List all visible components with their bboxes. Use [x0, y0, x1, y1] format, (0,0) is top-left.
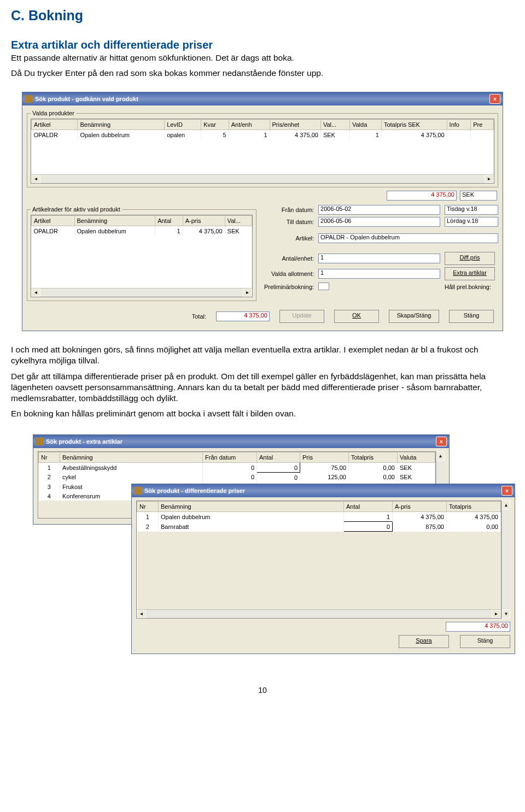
scroll-right-icon[interactable]: ►	[243, 289, 252, 297]
col-benamning[interactable]: Benämning	[60, 452, 203, 463]
cell: Opalen dubbelrum	[78, 130, 165, 140]
scroll-right-icon[interactable]: ►	[492, 610, 501, 618]
scroll-track[interactable]	[502, 510, 510, 609]
col-frandatum[interactable]: Från datum	[203, 452, 257, 463]
col-antenh[interactable]: Ant/enh	[229, 120, 270, 130]
col-totalpris[interactable]: Totalpris	[349, 452, 398, 463]
cell: SEK	[398, 473, 435, 483]
col-nr[interactable]: Nr	[39, 452, 60, 463]
artikel-field[interactable]: OPALDR - Opalen dubbelrum	[318, 233, 498, 243]
legend: Valda produkter	[31, 110, 76, 116]
col-antal[interactable]: Antal	[155, 216, 183, 226]
page-number: 10	[11, 686, 514, 695]
from-date-day: Tisdag v.18	[445, 205, 498, 215]
table-row[interactable]: 1Opalen dubbelrum14 375,004 375,00	[137, 512, 501, 522]
titlebar[interactable]: Sök produkt - extra artiklar ×	[33, 435, 449, 448]
spara-button[interactable]: Spara	[399, 635, 449, 648]
col-antal[interactable]: Antal	[257, 452, 300, 463]
ok-button[interactable]: OK	[334, 310, 379, 323]
col-artikel[interactable]: Artikel	[32, 120, 78, 130]
sum-field: 4 375,00	[387, 191, 457, 201]
table-header-row: Artikel Benämning Antal A-pris Val...	[32, 216, 252, 226]
cell	[447, 130, 471, 140]
cell: Barnrabatt	[159, 522, 344, 532]
table-row[interactable]: 2Barnrabatt0875,000,00	[137, 522, 501, 532]
scrollbar-horizontal[interactable]: ◄ ►	[31, 288, 252, 297]
col-apris[interactable]: A-pris	[183, 216, 225, 226]
antal-enhet-label: Antal/enhet:	[264, 255, 314, 262]
col-benamning[interactable]: Benämning	[74, 216, 155, 226]
scroll-up-icon[interactable]: ▲	[436, 451, 445, 461]
table-diff-priser[interactable]: Nr Benämning Antal A-pris Totalpris 1Opa…	[137, 501, 501, 609]
col-apris[interactable]: A-pris	[393, 502, 447, 512]
cell: SEK	[225, 226, 252, 236]
close-icon[interactable]: ×	[489, 94, 500, 104]
cell: Avbeställningsskydd	[60, 463, 203, 473]
scroll-track[interactable]	[40, 175, 485, 183]
cell: 4 375,00	[447, 512, 501, 522]
stang-button[interactable]: Stäng	[460, 635, 510, 648]
scroll-left-icon[interactable]: ◄	[137, 610, 146, 618]
col-valuta[interactable]: Valuta	[398, 452, 435, 463]
col-pre[interactable]: Pre	[471, 120, 494, 130]
close-icon[interactable]: ×	[436, 437, 447, 446]
col-benamning[interactable]: Benämning	[159, 502, 344, 512]
scroll-right-icon[interactable]: ►	[485, 175, 494, 183]
scrollbar-horizontal[interactable]: ◄ ►	[31, 174, 494, 183]
scrollbar-vertical[interactable]: ▲ ▼	[501, 501, 510, 619]
to-date-field[interactable]: 2006-05-06	[318, 217, 440, 227]
scroll-left-icon[interactable]: ◄	[31, 289, 40, 297]
scroll-up-icon[interactable]: ▲	[502, 501, 510, 510]
scroll-left-icon[interactable]: ◄	[31, 175, 40, 183]
cell: 1	[344, 512, 393, 522]
col-pris[interactable]: Pris	[300, 452, 349, 463]
table-row[interactable]: 2cykel00125,000,00SEK	[39, 473, 435, 483]
col-val[interactable]: Val...	[225, 216, 252, 226]
scroll-track[interactable]	[146, 610, 492, 618]
cell: OPALDR	[32, 130, 78, 140]
col-nr[interactable]: Nr	[137, 502, 159, 512]
col-totalpris[interactable]: Totalpris	[447, 502, 501, 512]
cell: opalen	[165, 130, 201, 140]
scroll-down-icon[interactable]: ▼	[502, 609, 510, 619]
titlebar[interactable]: Sök produkt - godkänn vald produkt ×	[22, 92, 503, 105]
close-icon[interactable]: ×	[501, 486, 512, 496]
hall-prel-label: Håll prel.bokning:	[445, 284, 498, 290]
col-kvar[interactable]: Kvar	[201, 120, 229, 130]
table-row[interactable]: OPALDR Opalen dubbelrum 1 4 375,00 SEK	[32, 226, 252, 236]
page-heading: C. Bokning	[11, 8, 514, 23]
antal-enhet-field[interactable]: 1	[318, 254, 440, 263]
paragraph: I och med att bokningen görs, så finns m…	[11, 344, 514, 366]
stang-button[interactable]: Stäng	[449, 310, 494, 323]
col-artikel[interactable]: Artikel	[32, 216, 75, 226]
cell: 0,00	[349, 463, 398, 473]
cell: 75,00	[300, 463, 349, 473]
col-info[interactable]: Info	[447, 120, 471, 130]
scrollbar-horizontal[interactable]: ◄ ►	[137, 609, 501, 618]
extra-artiklar-button[interactable]: Extra artiklar	[445, 267, 495, 280]
cell: SEK	[398, 463, 435, 473]
col-antal[interactable]: Antal	[344, 502, 393, 512]
table-row[interactable]: 1Avbeställningsskydd0075,000,00SEK	[39, 463, 435, 473]
from-date-label: Från datum:	[264, 207, 314, 213]
skapa-stang-button[interactable]: Skapa/Stäng	[389, 310, 439, 323]
cell: 875,00	[393, 522, 447, 532]
table-valda-produkter[interactable]: Artikel Benämning LevID Kvar Ant/enh Pri…	[31, 119, 494, 174]
from-date-field[interactable]: 2006-05-02	[318, 205, 440, 215]
col-levid[interactable]: LevID	[165, 120, 201, 130]
col-prisenhet[interactable]: Pris/enhet	[270, 120, 320, 130]
update-button[interactable]: Update	[279, 310, 324, 323]
col-benamning[interactable]: Benämning	[78, 120, 165, 130]
table-artikelrader[interactable]: Artikel Benämning Antal A-pris Val... OP…	[31, 215, 252, 288]
titlebar[interactable]: Sök produkt - differentierade priser ×	[132, 484, 515, 497]
diff-pris-button[interactable]: Diff.pris	[445, 252, 495, 265]
table-row[interactable]: OPALDR Opalen dubbelrum opalen 5 1 4 375…	[32, 130, 494, 140]
valda-allotment-field[interactable]: 1	[318, 269, 440, 279]
scroll-track[interactable]	[40, 289, 243, 297]
col-totalpris[interactable]: Totalpris SEK	[381, 120, 447, 130]
paragraph: En bokning kan hållas preliminärt genom …	[11, 408, 514, 419]
prelim-checkbox[interactable]	[318, 283, 329, 290]
col-valda[interactable]: Valda	[349, 120, 381, 130]
cell: 4 375,00	[270, 130, 320, 140]
col-val[interactable]: Val...	[320, 120, 349, 130]
